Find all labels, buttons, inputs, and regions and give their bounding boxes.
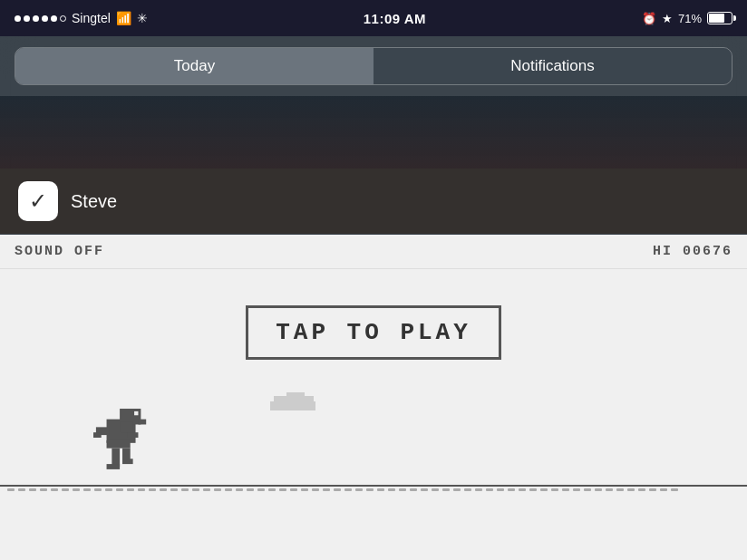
pebble	[355, 488, 363, 491]
time-label: 11:09 AM	[364, 11, 426, 26]
svg-rect-11	[107, 440, 131, 449]
signal-dot-2	[24, 15, 30, 22]
pebble	[464, 488, 471, 491]
pebble	[51, 488, 58, 491]
battery-fill	[709, 14, 724, 23]
pebble	[399, 488, 406, 491]
tab-today[interactable]: Today	[15, 48, 374, 84]
app-icon: ✓	[18, 181, 58, 221]
pebble	[290, 488, 297, 491]
hi-score-label: HI 00676	[653, 244, 732, 259]
pebble	[203, 488, 210, 491]
wifi-icon: 📶	[116, 11, 131, 25]
pebble	[334, 488, 341, 491]
pebble	[83, 488, 91, 491]
pebble	[475, 488, 482, 491]
pebble	[671, 488, 678, 491]
pebble	[638, 488, 645, 491]
pebble	[138, 488, 145, 491]
pebble	[268, 488, 276, 491]
pebble	[497, 488, 504, 491]
pebble	[323, 488, 330, 491]
dino-character	[91, 409, 154, 485]
pebble	[160, 488, 167, 491]
pebble	[616, 488, 624, 491]
signal-dot-3	[33, 15, 39, 22]
pebble	[116, 488, 123, 491]
pebble	[18, 488, 25, 491]
pebble	[247, 488, 254, 491]
signal-dot-4	[42, 15, 48, 22]
pebble	[508, 488, 515, 491]
pebble	[181, 488, 189, 491]
pebble	[105, 488, 112, 491]
pebble	[432, 488, 439, 491]
svg-rect-12	[112, 449, 120, 467]
tab-bar: Today Notifications	[15, 47, 732, 85]
pebble	[236, 488, 243, 491]
pebble	[519, 488, 526, 491]
pebble	[279, 488, 286, 491]
game-area[interactable]: SOUND OFF HI 00676 TAP TO PLAY	[0, 235, 747, 560]
pebble	[421, 488, 428, 491]
pebble	[573, 488, 580, 491]
pebble	[377, 488, 384, 491]
battery-percent: 71%	[678, 12, 702, 25]
pebble	[40, 488, 47, 491]
tap-to-play-box[interactable]: TAP TO PLAY	[246, 305, 501, 360]
cloud-svg	[261, 387, 325, 412]
signal-dot-empty	[60, 15, 66, 22]
notification-app-name: Steve	[71, 191, 117, 212]
pebble	[529, 488, 537, 491]
pebble	[7, 488, 15, 491]
pebble	[562, 488, 569, 491]
ground-texture	[0, 488, 747, 501]
pebble	[344, 488, 352, 491]
dino-scene	[0, 378, 747, 523]
alarm-icon: ⏰	[642, 12, 656, 25]
pebble	[660, 488, 667, 491]
signal-dot-5	[51, 15, 57, 22]
tab-notifications-label: Notifications	[510, 57, 595, 74]
app-icon-symbol: ✓	[29, 188, 47, 214]
pebble	[442, 488, 450, 491]
svg-rect-3	[301, 396, 314, 405]
settings-icon: ✳	[137, 11, 148, 25]
game-hud: SOUND OFF HI 00676	[0, 235, 747, 269]
pebble	[366, 488, 374, 491]
pebble	[453, 488, 461, 491]
svg-rect-15	[122, 459, 133, 464]
status-right: ⏰ ★ 71%	[642, 12, 732, 25]
notification-item[interactable]: ✓ Steve	[0, 169, 747, 234]
pebble	[584, 488, 591, 491]
signal-dot-1	[15, 15, 21, 22]
sound-label: SOUND OFF	[15, 244, 104, 259]
dark-overlay	[0, 96, 747, 169]
pebble	[312, 488, 319, 491]
pebble	[649, 488, 656, 491]
tab-today-label: Today	[174, 57, 215, 74]
notification-center: Today Notifications ✓ Steve	[0, 36, 747, 235]
svg-rect-16	[128, 432, 139, 438]
tap-to-play-text: TAP TO PLAY	[276, 319, 471, 346]
carrier-label: Singtel	[72, 11, 111, 25]
battery-icon	[707, 12, 732, 24]
dino-svg	[91, 409, 154, 481]
battery-container	[707, 12, 732, 24]
signal-dots	[15, 15, 66, 22]
cloud	[261, 387, 325, 412]
tap-to-play-section[interactable]: TAP TO PLAY	[0, 269, 747, 378]
pebble	[606, 488, 613, 491]
pebble	[170, 488, 178, 491]
pebble	[540, 488, 548, 491]
pebble	[301, 488, 308, 491]
svg-rect-10	[93, 432, 102, 438]
pebble	[29, 488, 36, 491]
bluetooth-icon: ★	[662, 12, 673, 25]
svg-rect-14	[107, 464, 121, 469]
tab-notifications[interactable]: Notifications	[374, 48, 732, 84]
pebble	[149, 488, 156, 491]
ground-line	[0, 485, 747, 487]
pebble	[627, 488, 635, 491]
pebble	[127, 488, 134, 491]
